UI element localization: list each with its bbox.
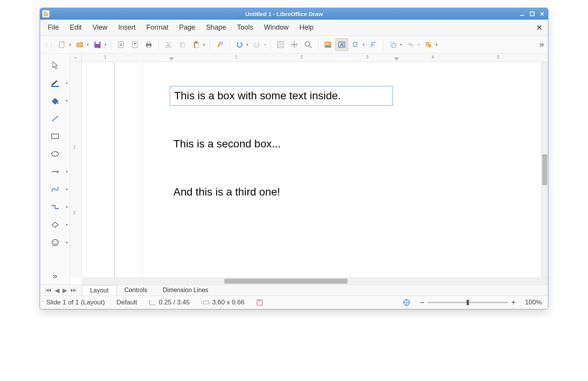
last-slide-button[interactable]: ⏭	[71, 287, 77, 294]
svg-rect-62	[52, 134, 59, 139]
symbol-shapes-tool[interactable]	[47, 235, 63, 250]
next-slide-button[interactable]: ▶	[62, 287, 67, 294]
svg-line-61	[52, 116, 58, 121]
svg-rect-60	[51, 86, 59, 87]
paste-button[interactable]	[190, 38, 203, 51]
svg-point-63	[52, 152, 59, 156]
menu-window[interactable]: Window	[259, 21, 294, 34]
text-box-3-content: And this is a third one!	[173, 186, 280, 198]
arrow-tool[interactable]	[47, 164, 63, 179]
prev-slide-button[interactable]: ◀	[55, 287, 59, 294]
status-size: I 3.60 x 0.66	[199, 299, 247, 306]
export-pdf-button[interactable]	[128, 38, 141, 51]
insert-textbox-button[interactable]: A	[335, 38, 348, 51]
vertical-ruler[interactable]: 1 2	[70, 62, 82, 277]
copy-button[interactable]	[176, 38, 189, 51]
drawing-toolbar: »	[40, 53, 70, 284]
connector-tool[interactable]	[47, 200, 63, 214]
zoom-button[interactable]	[302, 38, 315, 51]
fill-color-tool[interactable]	[47, 94, 63, 108]
maximize-button[interactable]	[529, 10, 536, 17]
insert-image-button[interactable]	[321, 38, 334, 51]
new-button[interactable]	[55, 38, 69, 51]
status-style[interactable]: Default	[114, 299, 139, 306]
horizontal-scrollbar-thumb[interactable]	[224, 279, 348, 284]
export-button[interactable]	[114, 38, 128, 51]
text-box-3[interactable]: And this is a third one!	[173, 185, 280, 199]
horizontal-ruler[interactable]: 1 1 2 3 4 5	[82, 53, 548, 62]
size-icon: I	[201, 300, 210, 305]
menu-format[interactable]: Format	[141, 21, 174, 34]
line-tool[interactable]	[47, 111, 63, 126]
print-button[interactable]	[142, 38, 155, 51]
horizontal-scrollbar[interactable]	[82, 277, 548, 284]
close-button[interactable]	[539, 10, 546, 17]
svg-rect-20	[181, 43, 185, 48]
menu-page[interactable]: Page	[174, 21, 201, 34]
save-indicator-icon	[256, 299, 263, 306]
svg-point-27	[280, 43, 281, 43]
zoom-in-button[interactable]: +	[511, 298, 516, 307]
helplines-button[interactable]	[288, 38, 301, 51]
svg-point-29	[279, 44, 279, 45]
cut-button[interactable]	[162, 38, 175, 51]
open-button[interactable]	[73, 38, 86, 51]
menu-help[interactable]: Help	[294, 21, 319, 34]
select-tool[interactable]	[47, 58, 63, 73]
align-button[interactable]	[404, 38, 417, 51]
save-button[interactable]	[91, 38, 104, 51]
curve-tool[interactable]	[47, 182, 63, 197]
zoom-slider-track[interactable]	[427, 302, 508, 303]
svg-marker-72	[394, 57, 399, 61]
ellipse-tool[interactable]	[47, 147, 63, 161]
drawing-toolbar-overflow[interactable]: »	[52, 271, 57, 281]
redo-button[interactable]	[250, 38, 264, 51]
clone-formatting-button[interactable]	[213, 38, 226, 51]
text-box-2[interactable]: This is a second box...	[173, 137, 281, 151]
text-box-1[interactable]: This is a box with some text inside.	[170, 86, 393, 106]
status-position: 0.25 / 3.45	[146, 299, 192, 306]
fit-page-icon	[403, 299, 410, 306]
grid-button[interactable]	[274, 38, 287, 51]
fit-page-button[interactable]	[400, 299, 413, 306]
transformations-button[interactable]	[386, 38, 400, 51]
menu-shape[interactable]: Shape	[201, 21, 232, 34]
vertical-scrollbar[interactable]	[541, 62, 548, 277]
tab-dimension-lines[interactable]: Dimension Lines	[155, 285, 216, 295]
svg-point-68	[52, 239, 58, 246]
menu-view[interactable]: View	[87, 21, 113, 34]
vertical-scrollbar-thumb[interactable]	[542, 154, 547, 185]
svg-text:I: I	[201, 301, 202, 305]
page-edge	[114, 62, 115, 277]
tab-controls[interactable]: Controls	[117, 285, 155, 295]
special-character-button[interactable]: Ω	[349, 38, 362, 51]
zoom-percent[interactable]: 100%	[523, 299, 544, 306]
line-color-tool[interactable]	[47, 76, 63, 90]
menu-insert[interactable]: Insert	[113, 21, 141, 34]
menu-edit[interactable]: Edit	[64, 21, 87, 34]
rectangle-tool[interactable]	[47, 129, 63, 144]
toolbar-handle[interactable]: ⋮⋮	[44, 42, 53, 48]
margin-guide	[143, 62, 143, 277]
tab-layout[interactable]: Layout	[82, 285, 117, 296]
status-bar: Slide 1 of 1 (Layout) Default 0.25 / 3.4…	[40, 296, 548, 309]
zoom-slider[interactable]: − +	[420, 298, 516, 307]
menu-tools[interactable]: Tools	[232, 21, 259, 34]
menu-file[interactable]: File	[42, 21, 64, 34]
arrange-button[interactable]	[422, 38, 435, 51]
zoom-slider-thumb[interactable]	[467, 300, 469, 305]
svg-text:Ω: Ω	[353, 41, 358, 48]
minimize-button[interactable]	[519, 10, 526, 17]
basic-shapes-tool[interactable]	[47, 217, 63, 232]
ruler-corner: ⌐	[70, 53, 82, 62]
fontwork-button[interactable]: F	[367, 38, 380, 51]
toolbar-overflow-button[interactable]: »	[538, 40, 546, 50]
svg-line-75	[150, 300, 151, 302]
zoom-out-button[interactable]: −	[420, 298, 424, 307]
undo-button[interactable]	[233, 38, 246, 51]
svg-point-34	[282, 46, 282, 47]
drawing-canvas[interactable]: This is a box with some text inside. Thi…	[82, 62, 541, 277]
standard-toolbar: ⋮⋮ A Ω F »	[40, 36, 548, 53]
close-document-button[interactable]: ✕	[533, 23, 546, 32]
first-slide-button[interactable]: ⏮	[45, 287, 52, 294]
